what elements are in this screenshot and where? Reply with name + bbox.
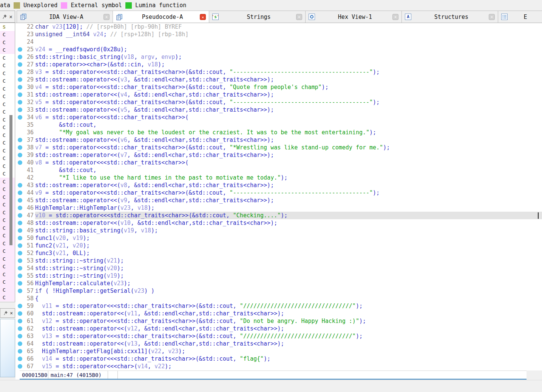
tab-close-icon[interactable]: ✕ — [200, 14, 206, 20]
address-dot-icon[interactable] — [18, 115, 22, 120]
code-text[interactable]: HighTemplar::HighTemplar(v23, v18); — [35, 204, 542, 212]
code-text[interactable]: std::string::~string(v20); — [35, 264, 542, 272]
code-line-54[interactable]: 54std::string::~string(v20); — [15, 264, 542, 272]
address-dot-icon[interactable] — [18, 326, 22, 331]
code-text[interactable]: v9 = std::operator<<<std::char_traits<ch… — [35, 189, 542, 197]
code-text[interactable]: std::ostream::operator<<(v6, &std::endl<… — [35, 136, 542, 144]
function-list-item[interactable]: C — [0, 69, 15, 77]
code-text[interactable]: func3(v21, 0LL); — [35, 249, 542, 257]
function-list-item[interactable]: C — [0, 139, 15, 147]
function-list-item[interactable]: C — [0, 31, 15, 39]
code-line-65[interactable]: 65 HighTemplar::getFlag[abi:cxx11](v22, … — [15, 347, 542, 355]
functions-scrollbar-thumb[interactable] — [9, 115, 12, 245]
tab-structures[interactable]: AStructures✕ — [402, 11, 498, 23]
code-text[interactable]: v8 = std::operator<<<std::char_traits<ch… — [35, 159, 542, 166]
address-dot-icon[interactable] — [18, 357, 22, 361]
address-dot-icon[interactable] — [18, 266, 22, 271]
address-dot-icon[interactable] — [18, 311, 22, 316]
code-text[interactable]: func1(v20, v19); — [35, 234, 542, 242]
address-dot-icon[interactable] — [18, 236, 22, 240]
tab-hex-view-1[interactable]: Hex View-1✕ — [306, 11, 402, 23]
function-list-item[interactable]: C — [0, 186, 15, 194]
code-text[interactable]: v5 = std::operator<<<std::char_traits<ch… — [35, 98, 542, 106]
address-dot-icon[interactable] — [18, 55, 22, 59]
code-text[interactable]: std::ostream::operator<<(v4, &std::endl<… — [35, 91, 542, 98]
code-line-36[interactable]: 36 "*My goal was never to be the loudest… — [15, 129, 542, 136]
code-text[interactable]: v6 = std::operator<<<std::char_traits<ch… — [35, 114, 542, 121]
address-dot-icon[interactable] — [18, 138, 22, 142]
function-list-item[interactable]: C — [0, 286, 15, 294]
address-dot-icon[interactable] — [18, 108, 22, 112]
code-line-50[interactable]: 50func1(v20, v19); — [15, 234, 542, 242]
function-list-item[interactable]: C — [0, 54, 15, 62]
address-dot-icon[interactable] — [18, 191, 22, 195]
address-dot-icon[interactable] — [18, 281, 22, 286]
function-list-item[interactable]: C — [0, 124, 15, 132]
function-list-item[interactable]: C — [0, 116, 15, 124]
address-dot-icon[interactable] — [18, 77, 22, 82]
code-text[interactable]: &std::cout, — [35, 166, 542, 174]
code-text[interactable]: if ( !HighTemplar::getSerial(v23) ) — [35, 287, 542, 295]
code-text[interactable]: std::ostream::operator<<(v11, &std::endl… — [35, 310, 542, 317]
function-list-item[interactable]: C — [0, 62, 15, 70]
code-line-29[interactable]: 29std::ostream::operator<<(v3, &std::end… — [15, 76, 542, 83]
code-line-46[interactable]: 46HighTemplar::HighTemplar(v23, v18); — [15, 204, 542, 212]
code-line-23[interactable]: 23unsigned __int64 v24; // [rsp+128h] [r… — [15, 31, 542, 38]
code-line-32[interactable]: 32v5 = std::operator<<<std::char_traits<… — [15, 98, 542, 106]
function-list-item[interactable]: C — [0, 240, 15, 247]
function-list-item[interactable]: C — [0, 294, 15, 302]
code-line-39[interactable]: 39std::ostream::operator<<(v7, &std::end… — [15, 151, 542, 159]
address-dot-icon[interactable] — [18, 349, 22, 354]
address-dot-icon[interactable] — [18, 92, 22, 97]
function-list-item[interactable]: C — [0, 46, 15, 54]
code-line-25[interactable]: 25v24 = __readfsqword(0x28u); — [15, 46, 542, 53]
code-text[interactable]: &std::cout, — [35, 121, 542, 129]
function-list-item[interactable]: C — [0, 147, 15, 155]
code-text[interactable]: char v23[120]; // [rsp+B0h] [rbp-90h] BY… — [35, 23, 542, 31]
address-dot-icon[interactable] — [18, 153, 22, 157]
code-text[interactable]: std::ostream::operator<<(v13, &std::endl… — [35, 340, 542, 347]
function-list-item[interactable]: C — [0, 263, 15, 271]
address-dot-icon[interactable] — [18, 145, 22, 150]
code-line-57[interactable]: 57if ( !HighTemplar::getSerial(v23) ) — [15, 287, 542, 295]
code-line-28[interactable]: 28v3 = std::operator<<<std::char_traits<… — [15, 68, 542, 76]
address-dot-icon[interactable] — [18, 100, 22, 105]
function-list-item[interactable]: C — [0, 155, 15, 163]
code-line-37[interactable]: 37std::ostream::operator<<(v6, &std::end… — [15, 136, 542, 144]
code-line-62[interactable]: 62 std::ostream::operator<<(v12, &std::e… — [15, 325, 542, 332]
code-text[interactable]: std::string::~string(v21); — [35, 257, 542, 264]
code-text[interactable]: std::ostream::operator<<(v8, &std::endl<… — [35, 181, 542, 189]
code-line-49[interactable]: 49std::string::basic_string(v19, v18); — [15, 227, 542, 234]
code-line-38[interactable]: 38v7 = std::operator<<<std::char_traits<… — [15, 144, 542, 151]
pseudocode-view[interactable]: 22char v23[120]; // [rsp+B0h] [rbp-90h] … — [15, 23, 542, 370]
address-dot-icon[interactable] — [18, 319, 22, 323]
function-list-item[interactable]: C — [0, 77, 15, 85]
close-icon[interactable]: ✕ — [10, 311, 13, 315]
code-line-26[interactable]: 26std::string::basic_string(v18, argv, e… — [15, 53, 542, 61]
function-list-item[interactable]: C — [0, 100, 15, 108]
code-line-42[interactable]: 42 "*I like to use the hard times in the… — [15, 174, 542, 181]
code-line-56[interactable]: 56HighTemplar::calculate(v23); — [15, 280, 542, 287]
code-text[interactable]: func2(v21, v20); — [35, 242, 542, 249]
tab-close-icon[interactable]: ✕ — [103, 14, 110, 20]
address-dot-icon[interactable] — [18, 334, 22, 338]
code-text[interactable]: v7 = std::operator<<<std::char_traits<ch… — [35, 144, 542, 151]
code-text[interactable]: std::string::basic_string(v18, argv, env… — [35, 53, 542, 61]
graph-overview-panel[interactable] — [0, 319, 15, 377]
function-list-item[interactable]: C — [0, 93, 15, 101]
code-text[interactable]: std::ostream::operator<<(v7, &std::endl<… — [35, 151, 542, 159]
address-dot-icon[interactable] — [18, 289, 22, 293]
function-list-item[interactable]: C — [0, 108, 15, 116]
code-line-43[interactable]: 43std::ostream::operator<<(v8, &std::end… — [15, 181, 542, 189]
code-line-35[interactable]: 35 &std::cout, — [15, 121, 542, 129]
address-dot-icon[interactable] — [18, 274, 22, 278]
code-line-40[interactable]: 40v8 = std::operator<<<std::char_traits<… — [15, 159, 542, 166]
tab-close-icon[interactable]: ✕ — [489, 14, 495, 20]
code-line-61[interactable]: 61 v12 = std::operator<<<std::char_trait… — [15, 317, 542, 325]
function-list-item[interactable]: C — [0, 278, 15, 286]
code-line-55[interactable]: 55std::string::~string(v19); — [15, 272, 542, 280]
function-list-item[interactable]: C — [0, 271, 15, 278]
tab-e[interactable]: E — [498, 11, 542, 23]
address-dot-icon[interactable] — [18, 364, 22, 369]
code-line-41[interactable]: 41 &std::cout, — [15, 166, 542, 174]
